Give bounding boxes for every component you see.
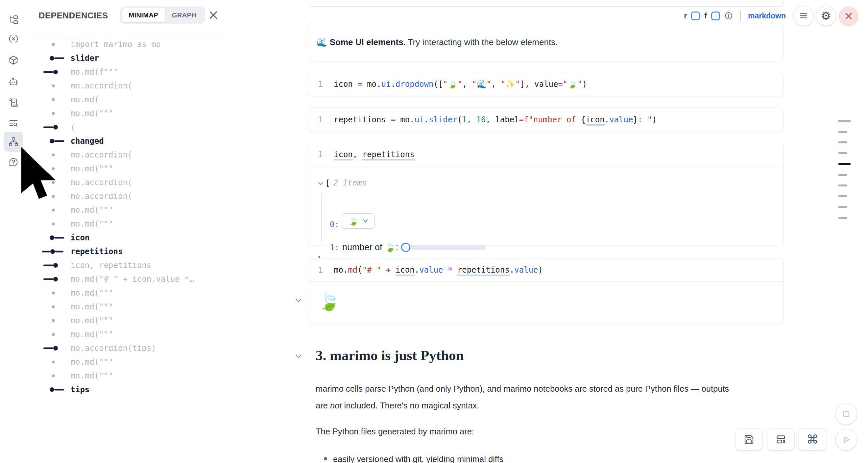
cell-md-heading[interactable]: 1 mo.md("# " + icon.value * repetitions.… — [308, 258, 783, 324]
minimap-item[interactable]: mo.md(""" — [28, 328, 230, 341]
minimap-item-label: mo.accordion( — [71, 81, 132, 90]
cell-intro-output[interactable]: 🌊 Some UI elements. Try interacting with… — [308, 23, 783, 61]
minimap-item[interactable]: import marimo as mo — [28, 37, 230, 51]
markdown-output: 🌊 Some UI elements. Try interacting with… — [308, 37, 558, 48]
scroll-mark[interactable] — [838, 120, 850, 122]
slider-label: number of 🍃: — [342, 242, 398, 252]
tab-minimap[interactable]: MINIMAP — [122, 8, 165, 22]
minimap-item[interactable]: mo.accordion(tips) — [28, 341, 230, 355]
close-icon — [209, 11, 218, 20]
cell-slider-code[interactable]: 1 repetitions = mo.ui.slider(1, 16, labe… — [308, 107, 783, 132]
minimap-item[interactable]: mo.md(""" — [28, 286, 230, 300]
footer-divider — [230, 461, 868, 461]
info-icon[interactable] — [724, 11, 733, 20]
minimap-item[interactable]: ( — [28, 120, 230, 134]
dependency-marker-icon — [41, 41, 67, 48]
scroll-mark[interactable] — [838, 131, 847, 133]
sidebar-item-packages[interactable] — [4, 50, 23, 70]
run-button[interactable] — [835, 429, 857, 451]
sidebar-item-logs[interactable] — [4, 93, 23, 113]
play-icon — [841, 435, 851, 444]
stop-icon — [841, 409, 851, 419]
minimap-item[interactable]: mo.md(""" — [28, 300, 230, 314]
minimap-item-label: mo.md(""" — [71, 358, 114, 367]
slider-track[interactable] — [406, 245, 486, 250]
collapse-array-chevron[interactable] — [317, 181, 324, 186]
sidebar-item-snippets[interactable] — [4, 114, 23, 133]
scroll-mark[interactable] — [838, 195, 847, 197]
minimap-item[interactable]: mo.md(""" — [28, 314, 230, 328]
dependency-marker-icon — [41, 138, 67, 144]
minimap-item[interactable]: mo.md(""" — [28, 106, 230, 120]
minimap-item-label: ( — [71, 123, 75, 132]
language-badge[interactable]: markdown — [748, 11, 786, 21]
scroll-mark[interactable] — [838, 174, 847, 176]
sidebar-item-help[interactable] — [4, 152, 23, 172]
array-index-0: 0: — [330, 220, 339, 229]
f-toggle-checkbox[interactable] — [711, 11, 720, 21]
collapse-cell-chevron[interactable] — [295, 298, 302, 303]
line-number: 1 — [308, 72, 329, 96]
collapse-section-chevron[interactable] — [295, 354, 302, 359]
sidebar-item-dependencies[interactable] — [4, 132, 23, 152]
minimap-item[interactable]: slider — [28, 51, 230, 65]
settings-button[interactable]: ⚙ — [816, 6, 836, 26]
scroll-mark[interactable] — [838, 217, 847, 219]
dependency-marker-icon — [41, 373, 67, 379]
sidebar-item-variables[interactable] — [4, 29, 23, 49]
scroll-mark-current[interactable] — [838, 163, 850, 165]
minimap-item[interactable]: icon — [28, 231, 230, 245]
minimap-item-label: mo.accordion( — [71, 150, 132, 159]
cell-dropdown-code[interactable]: 1 icon = mo.ui.dropdown(["🍃", "🌊", "✨"],… — [308, 72, 783, 96]
panel-close-button[interactable] — [209, 10, 218, 20]
scroll-mark[interactable] — [838, 152, 847, 154]
scroll-icon — [8, 98, 19, 107]
r-toggle-checkbox[interactable] — [691, 11, 700, 21]
save-button[interactable] — [735, 429, 763, 450]
scroll-mark[interactable] — [838, 184, 847, 186]
scroll-mark[interactable] — [838, 206, 847, 208]
minimap-item[interactable]: mo.md(""" — [28, 203, 230, 217]
shutdown-button[interactable] — [839, 7, 858, 26]
minimap-item[interactable]: mo.accordion( — [28, 79, 230, 93]
line-number: 1 — [308, 258, 329, 281]
code-line[interactable]: repetitions = mo.ui.slider(1, 16, label=… — [329, 115, 657, 124]
sidebar-item-file-explorer[interactable] — [4, 10, 23, 30]
icon-dropdown-select[interactable]: 🍃 — [342, 213, 374, 228]
cell-intro-editor-clipped[interactable]: 🌊 Some UI elements. Try interacting with… — [308, 0, 783, 7]
minimap-item[interactable]: repetitions — [28, 245, 230, 258]
shortcuts-button[interactable]: ⌘ — [799, 429, 826, 450]
code-line[interactable]: icon = mo.ui.dropdown(["🍃", "🌊", "✨"], v… — [329, 80, 587, 89]
sidebar-item-ai-chat[interactable] — [4, 72, 23, 91]
layout-button[interactable] — [767, 429, 795, 450]
list-search-icon — [8, 118, 19, 128]
minimap-item[interactable]: mo.md(f""" — [28, 65, 230, 79]
code-line[interactable]: mo.md("# " + icon.value * repetitions.va… — [329, 266, 543, 275]
dropdown-value: 🍃 — [348, 216, 359, 226]
minimap-item-label: import marimo as mo — [71, 40, 161, 49]
minimap-item[interactable]: mo.md(""" — [28, 217, 230, 231]
code-line[interactable]: icon, repetitions — [329, 150, 414, 159]
dependency-marker-icon — [41, 304, 67, 310]
minimap-item[interactable]: mo.md("# " + icon.value *… — [28, 272, 230, 286]
minimap-item-label: tips — [71, 385, 90, 394]
stop-button[interactable] — [835, 403, 857, 425]
wave-emoji: 🌊 — [317, 37, 327, 47]
scroll-mark[interactable] — [838, 142, 847, 143]
dependency-marker-icon — [41, 235, 67, 241]
dependency-marker-icon — [41, 276, 67, 282]
panel-title: DEPENDENCIES — [39, 10, 108, 21]
minimap-item[interactable]: changed — [28, 134, 230, 148]
notebook-menu-button[interactable] — [794, 6, 814, 26]
minimap-item[interactable]: icon, repetitions — [28, 258, 230, 272]
minimap-item[interactable]: mo.md(""" — [28, 369, 230, 383]
tab-graph[interactable]: GRAPH — [165, 8, 203, 22]
minimap-item[interactable]: mo.md(""" — [28, 355, 230, 369]
cell-expression[interactable]: 1 icon, repetitions [ 2 Items 0: 🍃 1: nu… — [308, 143, 783, 245]
slider-knob[interactable] — [401, 243, 410, 252]
markdown-cell-toolbar: r f markdown — [651, 8, 786, 23]
array-output: [ 2 Items 0: 🍃 1: number of 🍃: ] — [308, 167, 783, 245]
paragraph-line: The Python files generated by marimo are… — [316, 427, 474, 436]
minimap-item[interactable]: tips — [28, 383, 230, 397]
minimap-item[interactable]: mo.md( — [28, 93, 230, 106]
